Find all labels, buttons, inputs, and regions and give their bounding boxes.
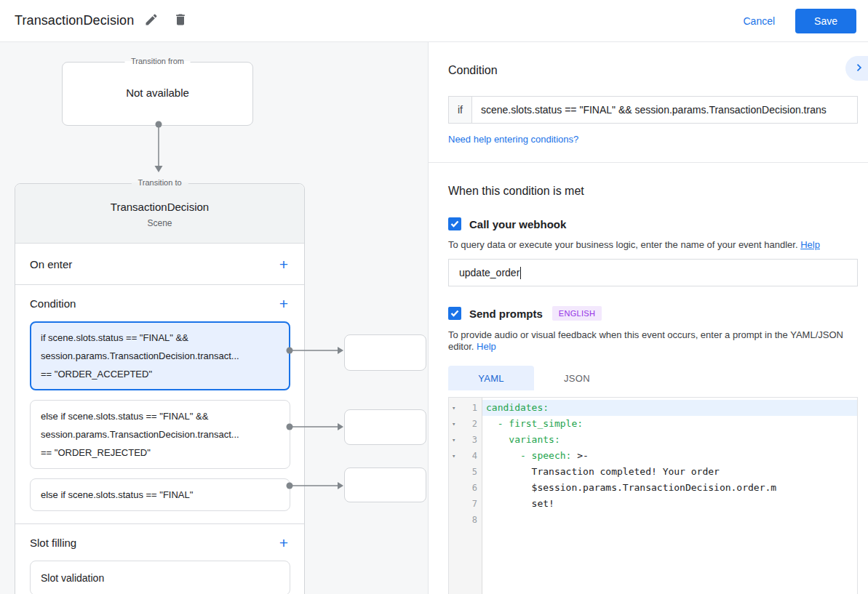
yaml-key-token: candidates: xyxy=(486,402,549,413)
add-condition-button[interactable]: + xyxy=(275,294,292,312)
code-content: - first_simple: xyxy=(482,416,857,432)
yaml-key-token: variants: xyxy=(486,434,560,445)
scene-title-row: TransactionDecision xyxy=(15,9,192,33)
tab-yaml[interactable]: YAML xyxy=(448,366,534,390)
editor-lines: ▾1candidates:▾2 - first_simple:▾3 varian… xyxy=(449,398,857,528)
condition-section-label: Condition xyxy=(30,297,76,310)
if-prefix-label: if xyxy=(448,96,472,124)
fold-arrow-icon[interactable]: ▾ xyxy=(449,416,460,432)
editor-format-tabs: YAMLJSON xyxy=(448,366,857,390)
condition-item-1[interactable]: if scene.slots.status == "FINAL" &&sessi… xyxy=(30,321,290,390)
condition-section: Condition + if scene.slots.status == "FI… xyxy=(15,284,304,511)
scene-card-subtitle: Scene xyxy=(15,218,304,228)
yaml-text-token: set! xyxy=(486,498,554,509)
line-number: 6 xyxy=(460,480,482,496)
code-content: $session.params.TransactionDecision.orde… xyxy=(482,480,857,496)
save-button[interactable]: Save xyxy=(795,9,856,33)
pencil-icon xyxy=(144,12,159,29)
transition-to-card: Transition to TransactionDecision Scene … xyxy=(15,183,305,594)
condition-expression-row: if xyxy=(448,96,858,124)
delete-scene-button[interactable] xyxy=(169,9,192,33)
condition-section-row[interactable]: Condition + xyxy=(15,285,304,321)
condition-item-line: else if scene.slots.status == "FINAL" && xyxy=(41,407,279,425)
code-line-1[interactable]: ▾1candidates: xyxy=(449,400,857,416)
edit-scene-button[interactable] xyxy=(140,9,163,33)
line-number: 2 xyxy=(460,416,482,432)
slot-validation-item[interactable]: Slot validation xyxy=(30,561,290,594)
slot-filling-section: Slot filling + Slot validation xyxy=(15,523,304,594)
on-enter-row[interactable]: On enter + xyxy=(15,244,304,284)
collapse-panel-button[interactable] xyxy=(845,56,868,81)
gutter-cell: ▾4 xyxy=(449,448,482,464)
add-on-enter-button[interactable]: + xyxy=(275,255,292,273)
line-number: 4 xyxy=(460,448,482,464)
event-handler-value: update_order xyxy=(459,267,519,278)
yaml-editor[interactable]: ▾1candidates:▾2 - first_simple:▾3 varian… xyxy=(448,397,858,594)
prompts-help-link[interactable]: Help xyxy=(477,341,496,352)
send-prompts-checkbox[interactable] xyxy=(448,307,461,320)
transition-target-node-1[interactable] xyxy=(344,334,426,371)
line-number: 5 xyxy=(460,464,482,480)
code-line-7[interactable]: 7 set! xyxy=(449,496,857,512)
condition-item-2[interactable]: else if scene.slots.status == "FINAL" &&… xyxy=(30,400,290,469)
scene-card-header[interactable]: TransactionDecision Scene xyxy=(15,184,304,244)
gutter-cell: 8 xyxy=(449,512,482,528)
header-actions: Cancel Save xyxy=(730,9,856,33)
slot-filling-label: Slot filling xyxy=(30,537,76,549)
transition-to-legend: Transition to xyxy=(131,178,188,187)
flow-canvas[interactable]: Transition from Not available Transition… xyxy=(0,42,428,594)
code-content: - speech: >- xyxy=(482,448,857,464)
gutter-cell: 5 xyxy=(449,464,482,480)
condition-item-line: == "ORDER_REJECTED" xyxy=(41,444,279,462)
code-line-6[interactable]: 6 $session.params.TransactionDecision.or… xyxy=(449,480,857,496)
line-number: 8 xyxy=(460,512,482,528)
line-number: 7 xyxy=(460,496,482,512)
code-line-2[interactable]: ▾2 - first_simple: xyxy=(449,416,857,432)
transition-target-node-2[interactable] xyxy=(344,409,426,445)
code-line-5[interactable]: 5 Transaction completed! Your order xyxy=(449,464,857,480)
chevron-right-icon xyxy=(852,60,867,77)
fold-arrow-icon[interactable]: ▾ xyxy=(449,400,460,416)
code-line-3[interactable]: ▾3 variants: xyxy=(449,432,857,448)
webhook-help-link[interactable]: Help xyxy=(800,239,820,250)
condition-help-link[interactable]: Need help entering conditions? xyxy=(448,134,578,145)
transition-from-value: Not available xyxy=(63,87,252,99)
condition-item-line: session.params.TransactionDecision.trans… xyxy=(41,425,279,444)
fold-arrow-icon[interactable]: ▾ xyxy=(449,432,460,448)
add-slot-filling-button[interactable]: + xyxy=(275,534,292,551)
gutter-cell: ▾1 xyxy=(449,400,482,416)
transition-from-node[interactable]: Transition from Not available xyxy=(62,62,253,126)
prompts-description: To provide audio or visual feedback when… xyxy=(448,329,857,353)
condition-item-line: == "ORDER_ACCEPTED" xyxy=(41,365,279,383)
yaml-text-token: $session.params.TransactionDecision.orde… xyxy=(486,482,776,493)
line-number: 1 xyxy=(460,400,482,416)
transition-from-legend: Transition from xyxy=(124,57,191,65)
yaml-text-token: >- xyxy=(577,450,589,461)
call-webhook-checkbox[interactable] xyxy=(448,217,461,230)
event-handler-input[interactable]: update_order xyxy=(448,259,858,286)
condition-item-3[interactable]: else if scene.slots.status == "FINAL" xyxy=(30,478,290,511)
condition-panel-heading: Condition xyxy=(448,64,857,77)
code-line-4[interactable]: ▾4 - speech: >- xyxy=(449,448,857,464)
webhook-description: To query data or execute your business l… xyxy=(448,239,857,251)
cancel-button[interactable]: Cancel xyxy=(730,9,788,33)
on-enter-label: On enter xyxy=(30,258,72,270)
line-number: 3 xyxy=(460,432,482,448)
code-line-8[interactable]: 8 xyxy=(449,512,857,528)
condition-expression-input[interactable] xyxy=(472,96,858,124)
app-header: TransactionDecision Cancel Save xyxy=(0,0,868,42)
code-content: candidates: xyxy=(482,400,857,416)
gutter-cell: ▾2 xyxy=(449,416,482,432)
code-content xyxy=(482,512,857,528)
fold-arrow-icon[interactable]: ▾ xyxy=(449,448,460,464)
scene-card-title: TransactionDecision xyxy=(15,201,304,213)
transition-target-node-3[interactable] xyxy=(344,467,426,502)
yaml-text-token: Transaction completed! Your order xyxy=(486,466,720,477)
tab-json[interactable]: JSON xyxy=(534,366,620,390)
panel-divider xyxy=(429,162,868,163)
text-cursor xyxy=(520,267,521,279)
gutter-cell: 6 xyxy=(449,480,482,496)
page-title: TransactionDecision xyxy=(15,13,134,28)
condition-detail-panel: Condition if Need help entering conditio… xyxy=(428,42,868,594)
slot-filling-row[interactable]: Slot filling + xyxy=(15,524,304,561)
